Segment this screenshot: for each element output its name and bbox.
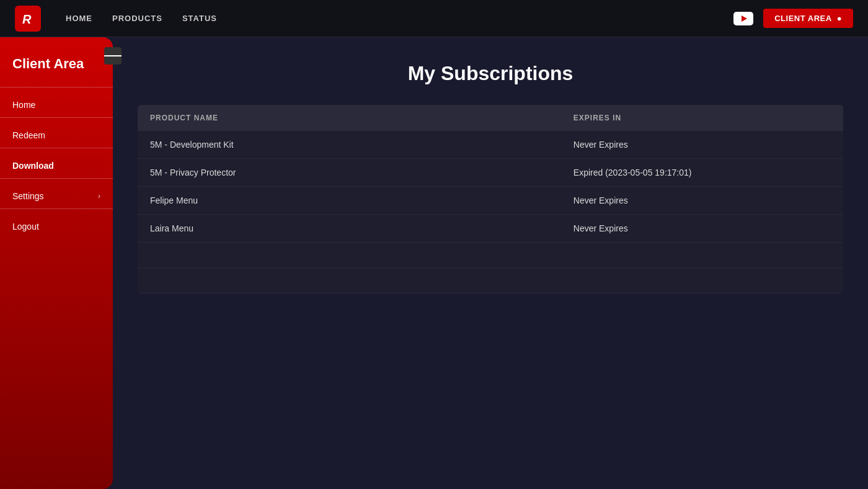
sidebar: Client Area Home Redeem Download Setting… bbox=[0, 37, 113, 489]
nav-products[interactable]: PRODUCTS bbox=[112, 14, 162, 23]
sidebar-settings-label: Settings bbox=[12, 191, 44, 201]
sidebar-item-settings[interactable]: Settings › bbox=[0, 184, 113, 209]
table-header: PRODUCT NAME EXPIRES IN bbox=[138, 105, 843, 131]
table-empty-row bbox=[138, 243, 843, 268]
client-area-button[interactable]: CLIENT AREA ● bbox=[763, 9, 853, 28]
page-title: My Subscriptions bbox=[138, 62, 843, 85]
hamburger-line-3 bbox=[116, 55, 122, 56]
hamburger-line-1 bbox=[104, 55, 110, 56]
user-icon: ● bbox=[837, 14, 842, 23]
nav-links: HOME PRODUCTS STATUS bbox=[66, 14, 733, 23]
sidebar-divider-3 bbox=[0, 148, 113, 148]
cell-expires-1: Expired (2023-05-05 19:17:01) bbox=[561, 159, 843, 187]
logo-icon: R bbox=[15, 6, 41, 32]
sidebar-title: Client Area bbox=[0, 50, 113, 87]
table-row[interactable]: 5M - Development KitNever Expires bbox=[138, 131, 843, 159]
youtube-icon[interactable] bbox=[733, 12, 753, 25]
cell-product-1: 5M - Privacy Protector bbox=[138, 159, 561, 187]
col-header-expires: EXPIRES IN bbox=[561, 105, 843, 131]
main-content: My Subscriptions PRODUCT NAME EXPIRES IN… bbox=[113, 37, 868, 489]
sidebar-download-label: Download bbox=[12, 161, 54, 171]
cell-expires-0: Never Expires bbox=[561, 131, 843, 159]
sidebar-redeem-label: Redeem bbox=[12, 130, 45, 140]
sidebar-item-download[interactable]: Download bbox=[0, 153, 113, 178]
cell-product-3: Laira Menu bbox=[138, 215, 561, 243]
sidebar-item-redeem[interactable]: Redeem bbox=[0, 123, 113, 148]
empty-cell bbox=[138, 243, 561, 268]
table-empty-row bbox=[138, 268, 843, 294]
sidebar-toggle-button[interactable] bbox=[104, 47, 122, 65]
navbar-right: CLIENT AREA ● bbox=[733, 9, 853, 28]
nav-status[interactable]: STATUS bbox=[182, 14, 217, 23]
cell-product-2: Felipe Menu bbox=[138, 187, 561, 215]
empty-cell bbox=[138, 268, 561, 294]
col-header-product: PRODUCT NAME bbox=[138, 105, 561, 131]
sidebar-divider bbox=[0, 87, 113, 87]
subscriptions-table: PRODUCT NAME EXPIRES IN 5M - Development… bbox=[138, 105, 843, 294]
sidebar-home-label: Home bbox=[12, 100, 35, 110]
sidebar-item-logout[interactable]: Logout bbox=[0, 214, 113, 239]
empty-cell bbox=[561, 268, 843, 294]
nav-home[interactable]: HOME bbox=[66, 14, 92, 23]
sidebar-divider-4 bbox=[0, 178, 113, 179]
sidebar-item-home[interactable]: Home bbox=[0, 92, 113, 117]
navbar: R HOME PRODUCTS STATUS CLIENT AREA ● bbox=[0, 0, 868, 37]
sidebar-divider-2 bbox=[0, 117, 113, 118]
sidebar-logout-label: Logout bbox=[12, 222, 39, 231]
hamburger-line-2 bbox=[110, 55, 115, 56]
sidebar-divider-5 bbox=[0, 209, 113, 209]
table-row[interactable]: Felipe MenuNever Expires bbox=[138, 187, 843, 215]
table-row[interactable]: Laira MenuNever Expires bbox=[138, 215, 843, 243]
table-body: 5M - Development KitNever Expires5M - Pr… bbox=[138, 131, 843, 294]
table-row[interactable]: 5M - Privacy ProtectorExpired (2023-05-0… bbox=[138, 159, 843, 187]
client-area-label: CLIENT AREA bbox=[774, 14, 831, 23]
cell-expires-3: Never Expires bbox=[561, 215, 843, 243]
table-header-row: PRODUCT NAME EXPIRES IN bbox=[138, 105, 843, 131]
cell-expires-2: Never Expires bbox=[561, 187, 843, 215]
layout: Client Area Home Redeem Download Setting… bbox=[0, 37, 868, 489]
cell-product-0: 5M - Development Kit bbox=[138, 131, 561, 159]
logo[interactable]: R bbox=[15, 6, 41, 32]
empty-cell bbox=[561, 243, 843, 268]
settings-arrow-icon: › bbox=[98, 192, 100, 200]
